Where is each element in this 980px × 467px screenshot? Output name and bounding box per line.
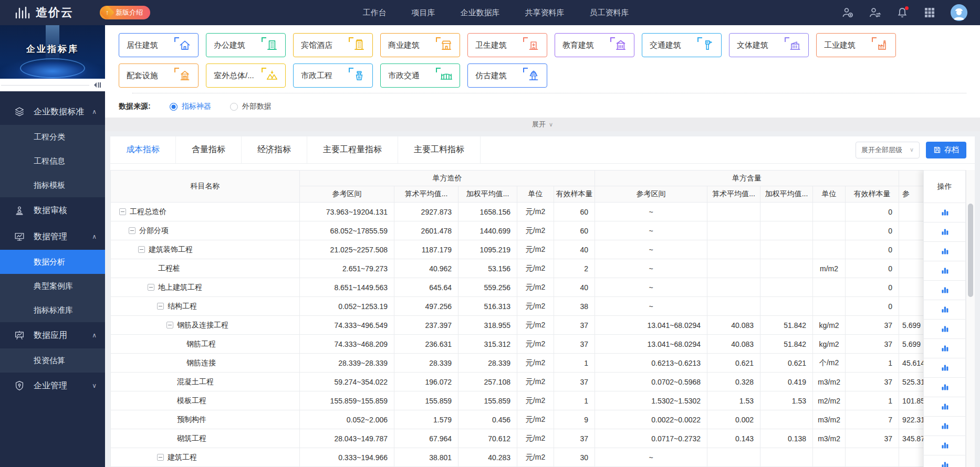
value-cell: 元/m2: [517, 373, 554, 391]
category-button-3[interactable]: 宾馆酒店: [293, 33, 373, 57]
value-cell: [707, 203, 760, 221]
vertical-scrollbar[interactable]: [966, 170, 975, 467]
archive-button-label: 存档: [944, 145, 959, 155]
new-version-badge[interactable]: ↑ 新版介绍: [100, 6, 150, 19]
table-row: 建筑工程0.333~194.96638.80140.283元/m230~: [111, 448, 924, 467]
sidebar-item-2[interactable]: 数据审核: [0, 197, 105, 224]
nav-item-2[interactable]: 项目库: [412, 8, 435, 18]
value-cell: 28.339: [458, 354, 517, 373]
sidebar-subitem-数据分析[interactable]: 数据分析: [0, 250, 105, 274]
switch-user-icon[interactable]: [869, 6, 881, 19]
house-icon: [178, 38, 192, 52]
apps-grid-icon[interactable]: [923, 6, 936, 19]
sidebar-subitem-工程分类[interactable]: 工程分类: [0, 125, 105, 149]
bar-chart-icon: [941, 247, 949, 256]
sidebar-subitem-工程信息[interactable]: 工程信息: [0, 149, 105, 173]
table-row: 钢筋及连接工程74.333~496.549237.397318.955元/m23…: [111, 316, 924, 335]
category-button-5[interactable]: 卫生建筑: [467, 33, 547, 57]
chart-action-button[interactable]: [923, 281, 966, 300]
collapse-row-icon[interactable]: [129, 227, 135, 234]
chart-action-button[interactable]: [923, 358, 966, 378]
collapse-row-icon[interactable]: [138, 246, 145, 253]
nav-item-3[interactable]: 企业数据库: [461, 8, 500, 18]
chart-action-button[interactable]: [923, 242, 966, 261]
chart-action-button[interactable]: [923, 417, 966, 436]
value-cell: [760, 297, 813, 316]
clipped-value-cell: 5.699: [899, 316, 924, 335]
category-button-8[interactable]: 文体建筑: [729, 33, 809, 57]
nav-item-5[interactable]: 员工资料库: [590, 8, 629, 18]
nav-item-4[interactable]: 共享资料库: [525, 8, 565, 18]
category-label: 宾馆酒店: [301, 40, 332, 50]
chart-action-button[interactable]: [923, 455, 966, 467]
expand-collapse-bar[interactable]: 展开 ∨: [105, 118, 980, 131]
chart-action-button[interactable]: [923, 222, 966, 242]
top-navigation: 工作台项目库企业数据库共享资料库员工资料库: [363, 8, 629, 18]
sidebar-item-1[interactable]: 企业数据标准∧: [0, 99, 105, 125]
sidebar-subitem-指标模板[interactable]: 指标模板: [0, 173, 105, 197]
chart-action-button[interactable]: [923, 320, 966, 339]
category-button-6[interactable]: 教育建筑: [555, 33, 634, 57]
value-cell: 74.333~496.549: [300, 316, 394, 335]
collapse-row-icon[interactable]: [166, 322, 173, 328]
chart-action-button[interactable]: [923, 436, 966, 455]
category-button-7[interactable]: 交通建筑: [642, 33, 722, 57]
category-button-13[interactable]: 市政交通: [380, 63, 460, 88]
category-button-10[interactable]: 配套设施: [119, 63, 199, 88]
tab-5[interactable]: 主要工料指标: [398, 136, 481, 163]
category-button-11[interactable]: 室外总体/...: [206, 63, 286, 88]
category-label: 办公建筑: [214, 40, 245, 50]
chart-action-button[interactable]: [923, 339, 966, 358]
sidebar-subitem-投资估算[interactable]: 投资估算: [0, 348, 105, 373]
source-radio-1[interactable]: 指标神器: [170, 102, 211, 111]
expand-level-select[interactable]: 展开全部层级 ∨: [856, 142, 920, 158]
category-button-4[interactable]: 商业建筑: [380, 33, 460, 57]
chart-action-button[interactable]: [923, 300, 966, 320]
chevron-up-icon: ∧: [92, 108, 97, 115]
category-button-12[interactable]: 市政工程: [293, 63, 373, 88]
chart-action-button[interactable]: [923, 203, 966, 222]
sidebar-subitem-典型案例库[interactable]: 典型案例库: [0, 274, 105, 298]
category-button-14[interactable]: 仿古建筑: [467, 63, 547, 88]
clipped-value-cell: 101.855: [899, 391, 924, 410]
category-button-1[interactable]: 居住建筑: [119, 33, 199, 57]
value-cell: 0: [846, 240, 899, 259]
source-radio-2[interactable]: 外部数据: [230, 102, 272, 111]
clipped-value-cell: [899, 259, 924, 278]
collapse-row-icon[interactable]: [157, 303, 164, 310]
sidebar-item-4[interactable]: 数据应用∧: [0, 322, 105, 348]
nav-item-1[interactable]: 工作台: [363, 8, 387, 18]
chart-action-button[interactable]: [923, 397, 966, 417]
subject-name-cell: 建筑装饰工程: [111, 240, 300, 259]
category-button-2[interactable]: 办公建筑: [206, 33, 286, 57]
tab-2[interactable]: 含量指标: [176, 136, 242, 163]
chart-action-button[interactable]: [923, 261, 966, 281]
user-avatar[interactable]: [951, 4, 967, 21]
collapse-row-icon[interactable]: [119, 208, 126, 215]
sidebar-item-3[interactable]: 数据管理∧: [0, 224, 105, 250]
archive-button[interactable]: 存档: [926, 142, 966, 158]
sidebar-collapse-icon[interactable]: [89, 81, 105, 89]
collapse-row-icon[interactable]: [157, 454, 164, 461]
add-user-icon[interactable]: [841, 6, 854, 19]
value-cell: 2.651~79.273: [300, 259, 394, 278]
category-button-9[interactable]: 工业建筑: [816, 33, 896, 57]
shop-icon: [440, 38, 453, 52]
table-row: 钢筋工程74.333~468.209236.631315.312元/m23713…: [111, 335, 924, 354]
page-layout: 企业指标库 企业数据标准∧工程分类工程信息指标模板数据审核数据管理∧数据分析典型…: [0, 25, 980, 467]
tab-4[interactable]: 主要工程量指标: [307, 136, 398, 163]
value-cell: 0.456: [458, 410, 517, 429]
tab-3[interactable]: 经济指标: [242, 136, 307, 163]
tab-1[interactable]: 成本指标: [110, 136, 176, 163]
scrollbar-thumb[interactable]: [968, 204, 973, 297]
value-cell: ~: [595, 221, 707, 240]
value-cell: 0: [846, 278, 899, 297]
sidebar-subitem-指标标准库[interactable]: 指标标准库: [0, 298, 105, 322]
subject-name: 分部分项: [139, 226, 169, 236]
value-cell: ~: [595, 297, 707, 316]
notifications-bell-icon[interactable]: [896, 6, 909, 19]
value-cell: 元/m2: [517, 391, 554, 410]
chart-action-button[interactable]: [923, 378, 966, 397]
sidebar-item-5[interactable]: 企业管理∨: [0, 373, 105, 399]
collapse-row-icon[interactable]: [148, 284, 154, 291]
